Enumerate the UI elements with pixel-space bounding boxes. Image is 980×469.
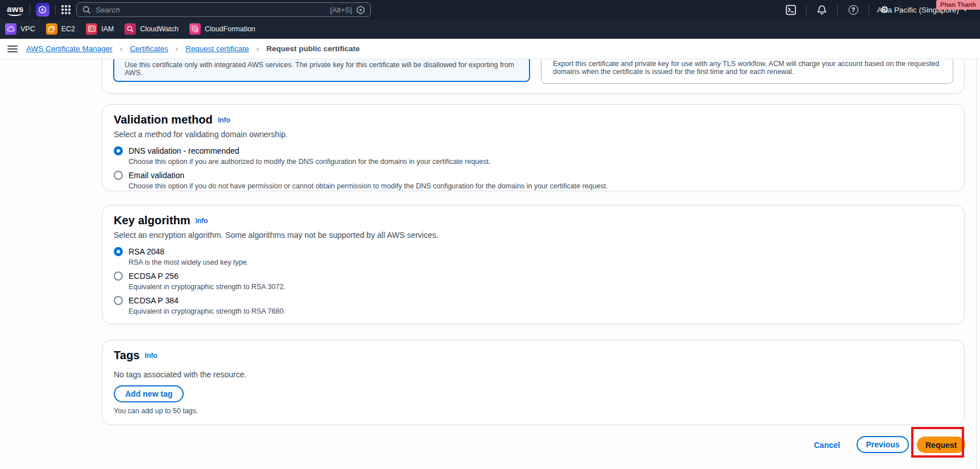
vpc-icon: [5, 23, 16, 35]
breadcrumb: AWS Certificate Manager › Certificates ›…: [26, 44, 359, 53]
radio-option-email-validation[interactable]: Email validation Choose this option if y…: [114, 170, 953, 191]
divider: [55, 5, 56, 15]
radio-label: RSA 2048: [129, 246, 249, 257]
favorites-bar: VPC EC2 IAM CloudWatch CloudFormation: [0, 19, 980, 39]
hamburger-menu-icon[interactable]: [7, 44, 18, 54]
radio-label: Email validation: [129, 170, 608, 180]
info-link[interactable]: Info: [145, 352, 158, 360]
section-title: Validation method: [114, 113, 213, 126]
tags-hint: You can add up to 50 tags.: [114, 407, 953, 415]
radio-option-ecdsa-p256[interactable]: ECDSA P 256 Equivalent in cryptographic …: [114, 271, 953, 291]
radio-selected-icon[interactable]: [114, 146, 123, 155]
apps-grid-icon[interactable]: [61, 5, 71, 14]
favorite-label: CloudFormation: [205, 25, 255, 33]
favorite-iam[interactable]: IAM: [86, 23, 114, 35]
add-new-tag-button[interactable]: Add new tag: [114, 385, 184, 402]
breadcrumb-separator: ›: [257, 44, 259, 53]
favorite-vpc[interactable]: VPC: [5, 23, 35, 35]
radio-description: Choose this option if you are authorized…: [129, 158, 490, 166]
user-cursor-badge: Phan Thanh: [936, 0, 980, 10]
ec2-icon: [46, 23, 57, 35]
radio-description: Equivalent in cryptographic strength to …: [129, 283, 286, 291]
divider: [30, 5, 30, 15]
breadcrumb-bar: AWS Certificate Manager › Certificates ›…: [0, 39, 980, 59]
breadcrumb-separator: ›: [120, 44, 122, 53]
breadcrumb-link-certificates[interactable]: Certificates: [130, 44, 168, 53]
info-link[interactable]: Info: [196, 217, 208, 225]
key-algorithm-panel: Key algorithmInfo Select an encryption a…: [102, 205, 965, 324]
radio-option-dns-validation[interactable]: DNS validation - recommended Choose this…: [114, 146, 953, 166]
search-scope-acm-icon: [357, 6, 365, 14]
radio-label: ECDSA P 384: [129, 295, 286, 306]
search-shortcut: [Alt+S]: [330, 6, 352, 14]
divider: [869, 5, 869, 15]
radio-option-rsa-2048[interactable]: RSA 2048 RSA is the most widely used key…: [114, 246, 953, 267]
cloudwatch-icon: [125, 23, 136, 35]
breadcrumb-current: Request public certificate: [266, 44, 359, 53]
divider: [806, 5, 807, 15]
breadcrumb-link-acm[interactable]: AWS Certificate Manager: [26, 44, 113, 53]
radio-unselected-icon[interactable]: [114, 271, 123, 281]
previous-button[interactable]: Previous: [857, 436, 909, 453]
favorite-label: VPC: [20, 25, 35, 33]
search-input[interactable]: Search [Alt+S]: [76, 2, 371, 17]
aws-logo[interactable]: aws: [7, 4, 24, 16]
tags-panel: TagsInfo No tags associated with the res…: [102, 340, 965, 425]
cancel-button[interactable]: Cancel: [814, 441, 840, 450]
section-description: Select a method for validating domain ow…: [114, 130, 953, 139]
radio-label: DNS validation - recommended: [129, 146, 490, 156]
section-title: Key algorithm: [114, 214, 191, 227]
radio-description: Equivalent in cryptographic strength to …: [129, 307, 286, 316]
radio-description: RSA is the most widely used key type.: [129, 258, 249, 267]
validation-method-panel: Validation methodInfo Select a method fo…: [102, 104, 965, 191]
radio-selected-icon[interactable]: [114, 247, 123, 256]
acm-service-icon[interactable]: [36, 3, 49, 17]
radio-unselected-icon[interactable]: [114, 296, 123, 305]
request-button[interactable]: Request: [917, 437, 965, 453]
managed-card-text: Use this certificate only with integrate…: [125, 61, 514, 77]
section-title: Tags: [114, 349, 140, 361]
exportable-card-text: Export this certificate and private key …: [553, 60, 939, 76]
favorite-label: CloudWatch: [140, 25, 179, 33]
radio-unselected-icon[interactable]: [114, 171, 123, 180]
search-placeholder: Search: [96, 6, 330, 14]
search-icon: [82, 6, 91, 14]
iam-icon: [86, 23, 97, 35]
favorite-cloudformation[interactable]: CloudFormation: [189, 23, 255, 35]
favorite-cloudwatch[interactable]: CloudWatch: [125, 23, 179, 35]
divider: [837, 5, 838, 15]
radio-description: Choose this option if you do not have pe…: [129, 182, 608, 191]
favorite-label: IAM: [101, 25, 114, 33]
top-navigation-bar: aws Search [Alt+S] ? ⚙ Asia Pacific (Sin…: [0, 0, 980, 19]
notifications-bell-icon[interactable]: [812, 0, 832, 19]
info-link[interactable]: Info: [218, 116, 230, 124]
favorite-label: EC2: [61, 25, 75, 33]
breadcrumb-separator: ›: [176, 44, 178, 53]
cloudshell-icon[interactable]: [781, 0, 800, 19]
section-description: Select an encryption algorithm. Some alg…: [114, 231, 953, 240]
radio-label: ECDSA P 256: [129, 271, 286, 281]
help-icon[interactable]: ?: [843, 0, 863, 19]
breadcrumb-link-request-certificate[interactable]: Request certificate: [185, 44, 249, 53]
favorite-ec2[interactable]: EC2: [46, 23, 75, 35]
tags-empty-text: No tags associated with the resource.: [114, 370, 953, 379]
right-panel-divider: [976, 59, 977, 469]
cloudformation-icon: [189, 23, 201, 35]
radio-option-ecdsa-p384[interactable]: ECDSA P 384 Equivalent in cryptographic …: [114, 295, 953, 316]
